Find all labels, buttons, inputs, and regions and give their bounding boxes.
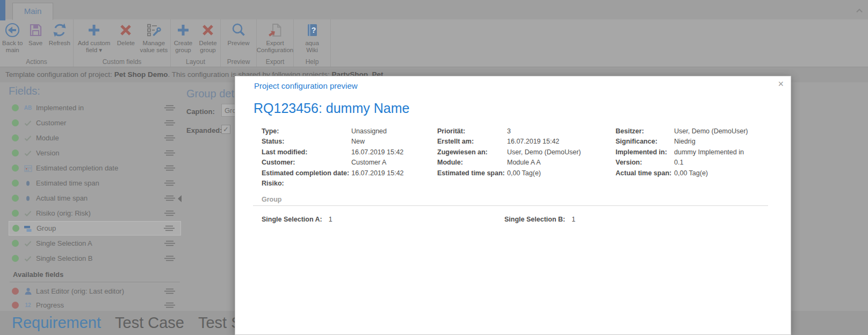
field-label: Last Editor (orig: Last editor) [36, 287, 164, 295]
field-status-dot [12, 225, 19, 232]
field-row-single-selection-b[interactable]: Single Selection B [9, 251, 181, 266]
check-icon [23, 240, 33, 247]
group-label-layout: Layout [171, 58, 220, 67]
delete-field-button[interactable]: Delete [114, 22, 138, 47]
drag-handle-icon[interactable] [164, 134, 176, 141]
drag-handle-icon[interactable] [164, 255, 176, 262]
field-row-last-editor[interactable]: Last Editor (orig: Last editor) [9, 284, 181, 298]
check-icon [23, 135, 33, 141]
field-row-implemented-in[interactable]: AB Implemented in [9, 101, 181, 115]
collapse-left-icon [178, 195, 182, 202]
field-status-dot [12, 165, 19, 172]
app-window: Main Back to main [0, 0, 868, 335]
wiki-book-icon: ? [304, 22, 320, 38]
preview-button[interactable]: Preview [223, 22, 254, 47]
create-group-label: Create group [172, 40, 194, 54]
field-significance: Significance:Niedrig [616, 137, 748, 147]
field-prioritaet: Priorität:3 [437, 126, 581, 137]
field-row-progress[interactable]: 12 Progress [9, 298, 181, 312]
tab-test-case[interactable]: Test Case [115, 314, 184, 332]
drag-handle-icon[interactable] [164, 288, 176, 295]
field-version: Version:0.1 [616, 158, 748, 168]
field-zugewiesen-an: Zugewiesen an:User, Demo (DemoUser) [437, 147, 581, 158]
text-field-icon: AB [23, 105, 33, 111]
create-group-button[interactable]: Create group [171, 22, 196, 54]
save-button[interactable]: Save [25, 22, 46, 47]
calendar-icon [23, 165, 33, 172]
drag-handle-icon[interactable] [164, 104, 176, 111]
aqua-wiki-label: aqua Wiki [300, 40, 324, 54]
refresh-icon [52, 22, 68, 38]
group-label-custom-fields: Custom fields [74, 58, 170, 67]
drag-handle-icon[interactable] [164, 165, 176, 172]
field-row-single-selection-a[interactable]: Single Selection A [9, 236, 181, 251]
field-risiko: Risiko: [262, 179, 404, 189]
back-to-main-button[interactable]: Back to main [0, 22, 25, 54]
field-status-dot [12, 149, 19, 156]
check-icon [23, 210, 33, 217]
dialog-column-1: Type:Unassigned Status:New Last modified… [262, 126, 404, 189]
refresh-button[interactable]: Refresh [46, 22, 73, 47]
field-status-dot [12, 104, 19, 111]
manage-value-sets-button[interactable]: Manage value sets [138, 22, 170, 54]
field-row-group[interactable]: Group [9, 221, 181, 236]
delete-x-icon [118, 22, 134, 38]
field-single-selection-b: Single Selection B:1 [504, 214, 575, 225]
add-custom-field-button[interactable]: Add custom field ▾ [74, 22, 114, 54]
field-actual-time-span: Actual time span:0,00 Tag(e) [616, 168, 748, 179]
field-status-dot [12, 195, 19, 202]
drag-handle-icon[interactable] [163, 225, 175, 232]
ribbon-tab-main[interactable]: Main [12, 3, 53, 20]
field-label: Customer [36, 119, 164, 127]
ribbon-collapse-button[interactable] [856, 5, 863, 15]
group-details-title: Group deta [186, 88, 240, 100]
manage-value-sets-label: Manage value sets [139, 40, 169, 54]
check-icon [23, 255, 33, 262]
close-icon[interactable]: × [778, 79, 784, 89]
aqua-wiki-button[interactable]: ? aqua Wiki [299, 22, 325, 54]
status-text: Template configuration of project: [5, 70, 114, 79]
ribbon-group-layout: Create group Delete group Layout [171, 19, 221, 67]
available-fields-divider [10, 282, 180, 282]
plus-icon [86, 22, 102, 38]
expanded-label: Expanded: [186, 126, 222, 134]
field-row-estimated-time-span[interactable]: Estimated time span [9, 176, 181, 190]
field-status: Status:New [262, 137, 404, 147]
field-status-dot [12, 288, 19, 295]
group-label-export: Export [257, 58, 293, 67]
back-to-main-label: Back to main [1, 40, 24, 54]
field-label: Group [37, 224, 163, 232]
field-row-risiko[interactable]: Risiko (orig: Risk) [9, 206, 181, 220]
export-configuration-button[interactable]: Export Configuration [256, 22, 294, 54]
number-field-icon: 12 [23, 302, 33, 308]
ribbon-group-actions: Back to main Save [0, 19, 74, 67]
ribbon-group-preview: Preview Preview [221, 19, 257, 67]
drag-handle-icon[interactable] [164, 210, 176, 217]
expanded-checkbox[interactable]: ✓ [221, 125, 230, 134]
field-row-estimated-completion-date[interactable]: Estimated completion date [9, 161, 181, 175]
delete-group-label: Delete group [197, 40, 219, 54]
project-configuration-preview-dialog: Project configuration preview × RQ123456… [235, 76, 791, 335]
field-status-dot [12, 210, 19, 217]
field-label: Implemented in [36, 104, 164, 112]
ribbon-tab-strip [0, 0, 868, 19]
drag-handle-icon[interactable] [164, 195, 176, 202]
app-menu-stub[interactable] [0, 0, 5, 20]
drag-handle-icon[interactable] [164, 149, 176, 156]
field-label: Module [36, 134, 164, 142]
drag-handle-icon[interactable] [164, 302, 176, 309]
field-row-customer[interactable]: Customer [9, 116, 181, 130]
tab-requirement[interactable]: Requirement [12, 314, 101, 332]
ribbon: Back to main Save [0, 19, 868, 67]
panel-collapse-handle[interactable] [178, 195, 182, 204]
field-row-module[interactable]: Module [9, 131, 181, 145]
field-row-actual-time-span[interactable]: Actual time span [9, 191, 181, 205]
drag-handle-icon[interactable] [164, 119, 176, 126]
time-span-icon [23, 180, 33, 187]
field-type: Type:Unassigned [262, 126, 404, 137]
field-row-version[interactable]: Version [9, 146, 181, 160]
delete-group-button[interactable]: Delete group [196, 22, 220, 54]
field-label: Estimated time span [36, 179, 164, 187]
drag-handle-icon[interactable] [164, 240, 176, 247]
drag-handle-icon[interactable] [164, 180, 176, 187]
